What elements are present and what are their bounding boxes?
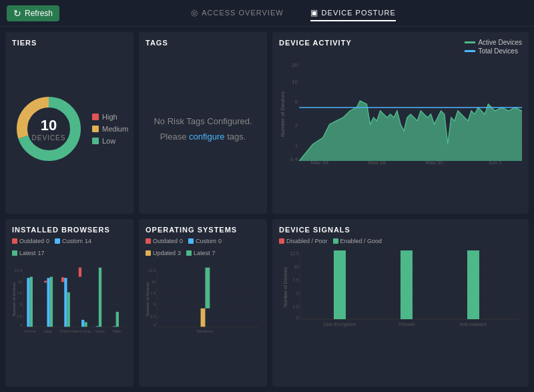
svg-text:5: 5 xyxy=(295,99,298,105)
tiers-title: TIERS xyxy=(12,39,127,47)
signals-chart: 12.5 10 7.5 5 2.5 0 Number of Devices xyxy=(279,247,522,380)
svg-text:Number of Devices: Number of Devices xyxy=(283,267,288,307)
configure-link[interactable]: configure xyxy=(189,132,224,142)
svg-text:0.4: 0.4 xyxy=(290,156,298,162)
legend-total: Total Devices xyxy=(465,47,522,55)
main-content: TIERS 10 DEVICES xyxy=(0,27,534,392)
signals-legend: Disabled / Poor Enabled / Good xyxy=(279,238,522,244)
svg-rect-87 xyxy=(334,250,346,319)
total-line xyxy=(465,50,475,52)
svg-text:7.5: 7.5 xyxy=(292,278,299,282)
svg-text:12.5: 12.5 xyxy=(148,268,156,272)
low-dot xyxy=(92,138,99,144)
donut-label: DEVICES xyxy=(32,134,66,142)
svg-text:10: 10 xyxy=(292,79,298,85)
svg-text:May 26: May 26 xyxy=(310,160,328,164)
svg-text:7.5: 7.5 xyxy=(17,291,23,295)
browsers-chart: 12.5 10 7.5 5 2.5 0 Number of Devices xyxy=(12,259,127,380)
svg-text:Number of Devices: Number of Devices xyxy=(146,282,150,316)
refresh-button[interactable]: ↻ Refresh xyxy=(7,5,59,21)
os-card: OPERATING SYSTEMS Outdated 0 Custom 0 Up… xyxy=(139,219,267,387)
activity-header: DEVICE ACTIVITY Active Devices Total Dev… xyxy=(279,39,522,55)
device-posture-icon: ▣ xyxy=(310,8,318,17)
svg-rect-43 xyxy=(79,268,81,277)
outdated-dot xyxy=(12,238,17,244)
svg-text:Safari: Safari xyxy=(113,329,121,333)
svg-rect-49 xyxy=(116,312,119,327)
donut-center: 10 DEVICES xyxy=(32,117,66,142)
svg-text:May 30: May 30 xyxy=(425,160,443,164)
legend-medium: Medium 3 xyxy=(92,125,134,133)
svg-rect-36 xyxy=(30,276,33,327)
svg-text:2: 2 xyxy=(295,122,298,128)
svg-rect-44 xyxy=(81,320,84,327)
os-chart: 12.5 10 7.5 5 2.5 0 Number of Devices Wi… xyxy=(146,259,260,380)
svg-text:5: 5 xyxy=(20,303,23,307)
donut-chart: 10 DEVICES xyxy=(12,92,85,166)
active-line xyxy=(465,41,475,43)
signals-legend-good: Enabled / Good xyxy=(333,238,382,244)
svg-rect-89 xyxy=(467,250,479,319)
signals-legend-poor: Disabled / Poor xyxy=(279,238,328,244)
svg-rect-38 xyxy=(47,278,49,327)
tab-device-label: DEVICE POSTURE xyxy=(322,9,396,17)
svg-text:Chrome: Chrome xyxy=(23,329,35,333)
svg-text:May 28: May 28 xyxy=(368,160,386,164)
svg-text:20: 20 xyxy=(292,62,298,68)
os-title: OPERATING SYSTEMS xyxy=(146,226,260,234)
svg-text:Number of Devices: Number of Devices xyxy=(280,91,286,137)
svg-rect-45 xyxy=(84,322,87,327)
svg-text:Edge: Edge xyxy=(44,329,52,333)
svg-text:Internet Expl…: Internet Expl… xyxy=(71,329,94,333)
signals-title: DEVICE SIGNALS xyxy=(279,226,522,234)
tiers-legend: High 0 Medium 3 Low 7 xyxy=(92,113,134,145)
svg-text:10: 10 xyxy=(18,280,23,284)
medium-dot xyxy=(92,126,99,132)
svg-rect-47 xyxy=(99,268,101,327)
svg-text:Jun 1: Jun 1 xyxy=(489,160,502,164)
refresh-icon: ↻ xyxy=(13,8,21,19)
latest-dot xyxy=(12,250,17,256)
legend-high: High 0 xyxy=(92,113,134,121)
svg-text:Firefox: Firefox xyxy=(60,329,71,333)
activity-card: DEVICE ACTIVITY Active Devices Total Dev… xyxy=(272,32,529,214)
tab-device-posture[interactable]: ▣ DEVICE POSTURE xyxy=(310,5,396,21)
legend-low: Low 7 xyxy=(92,137,134,145)
browsers-legend-latest: Latest 17 xyxy=(12,250,45,256)
tiers-content: 10 DEVICES High 0 Medium 3 Low xyxy=(12,51,127,207)
svg-text:10: 10 xyxy=(152,280,156,284)
svg-rect-35 xyxy=(27,278,29,327)
access-overview-icon: ◎ xyxy=(191,8,198,17)
high-dot xyxy=(92,114,99,120)
svg-text:0: 0 xyxy=(296,315,299,320)
svg-rect-88 xyxy=(400,250,413,319)
header: ↻ Refresh ◎ ACCESS OVERVIEW ▣ DEVICE POS… xyxy=(0,0,534,27)
svg-text:2.5: 2.5 xyxy=(17,315,23,319)
svg-text:Windows: Windows xyxy=(196,329,212,333)
tab-access-label: ACCESS OVERVIEW xyxy=(202,9,283,17)
signals-card: DEVICE SIGNALS Disabled / Poor Enabled /… xyxy=(272,219,529,387)
svg-text:Disk Encryption: Disk Encryption xyxy=(324,322,356,327)
svg-rect-71 xyxy=(205,268,210,309)
tags-card: TAGS No Risk Tags Configured. Please con… xyxy=(139,32,267,214)
browsers-legend-custom: Custom 14 xyxy=(55,238,91,244)
activity-title: DEVICE ACTIVITY xyxy=(279,39,352,47)
activity-chart-area: 20 10 5 2 1 0.4 Number of Devices May 26… xyxy=(279,57,522,207)
custom-dot xyxy=(55,238,60,244)
svg-rect-41 xyxy=(64,278,67,327)
tab-access-overview[interactable]: ◎ ACCESS OVERVIEW xyxy=(191,5,283,21)
svg-rect-39 xyxy=(50,276,53,327)
svg-text:Firewall: Firewall xyxy=(398,322,415,327)
svg-text:Number of Devices: Number of Devices xyxy=(12,282,16,316)
os-legend-updated: Updated 3 xyxy=(146,250,181,256)
browsers-legend: Outdated 0 Custom 14 Latest 17 xyxy=(12,238,127,256)
os-legend: Outdated 0 Custom 0 Updated 3 Latest 7 xyxy=(146,238,260,256)
legend-active: Active Devices xyxy=(465,39,522,46)
svg-rect-37 xyxy=(44,280,47,282)
svg-text:5: 5 xyxy=(154,303,156,307)
svg-marker-15 xyxy=(299,101,522,161)
os-legend-latest: Latest 7 xyxy=(186,250,216,256)
activity-legend: Active Devices Total Devices xyxy=(465,39,522,55)
svg-text:0: 0 xyxy=(154,323,156,327)
svg-text:1: 1 xyxy=(295,142,298,148)
